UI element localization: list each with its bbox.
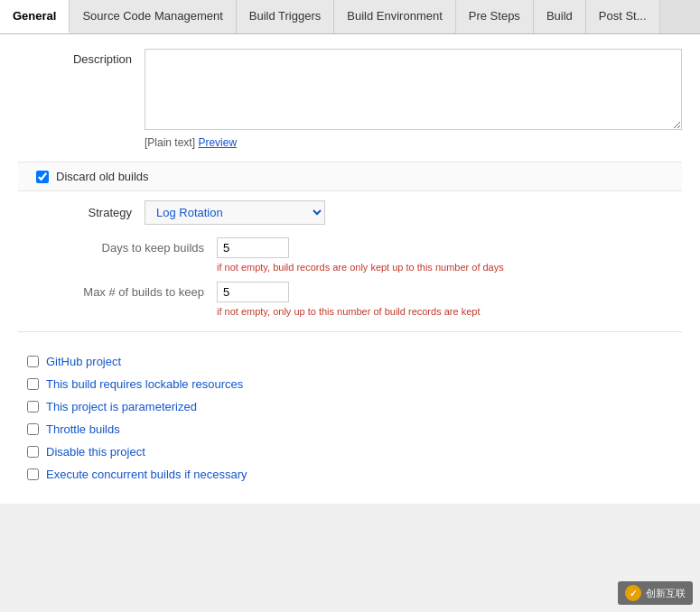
description-row: Description [Plain text] Preview — [18, 49, 682, 149]
option-label-disable-project[interactable]: Disable this project — [46, 445, 145, 459]
discard-builds-checkbox[interactable] — [36, 171, 49, 183]
max-builds-hint: if not empty, only up to this number of … — [217, 306, 682, 317]
option-checkbox-parameterized[interactable] — [27, 401, 39, 413]
max-builds-row: Max # of builds to keep if not empty, on… — [54, 282, 682, 317]
tab-build-triggers[interactable]: Build Triggers — [237, 0, 334, 33]
option-checkbox-lockable-resources[interactable] — [27, 378, 39, 390]
strategy-section: Strategy Log Rotation Days to keep build… — [18, 200, 682, 317]
strategy-select[interactable]: Log Rotation — [145, 200, 325, 225]
tab-source-code[interactable]: Source Code Management — [70, 0, 236, 33]
plain-text-label: [Plain text] — [145, 136, 195, 149]
tab-build-environment[interactable]: Build Environment — [334, 0, 456, 33]
option-label-lockable-resources[interactable]: This build requires lockable resources — [46, 377, 243, 391]
option-row: This build requires lockable resources — [18, 373, 682, 395]
option-checkbox-github-project[interactable] — [27, 356, 39, 367]
option-label-concurrent-builds[interactable]: Execute concurrent builds if necessary — [46, 468, 247, 481]
tab-general[interactable]: General — [0, 0, 70, 33]
options-section: GitHub projectThis build requires lockab… — [18, 347, 682, 489]
main-content: Description [Plain text] Preview Discard… — [0, 34, 700, 504]
days-to-keep-row: Days to keep builds if not empty, build … — [54, 237, 682, 273]
option-checkbox-throttle-builds[interactable] — [27, 423, 39, 435]
tab-bar: General Source Code Management Build Tri… — [0, 0, 700, 34]
discard-builds-row: Discard old builds — [18, 162, 682, 191]
max-builds-wrap: if not empty, only up to this number of … — [217, 282, 682, 317]
textarea-links: [Plain text] Preview — [145, 136, 682, 149]
strategy-sub-fields: Days to keep builds if not empty, build … — [36, 237, 682, 317]
days-to-keep-hint: if not empty, build records are only kep… — [217, 262, 682, 273]
discard-builds-label[interactable]: Discard old builds — [56, 170, 149, 183]
days-to-keep-input[interactable] — [217, 237, 289, 258]
option-label-github-project[interactable]: GitHub project — [46, 355, 121, 368]
option-row: Execute concurrent builds if necessary — [18, 463, 682, 486]
option-checkbox-concurrent-builds[interactable] — [27, 468, 39, 480]
days-to-keep-label: Days to keep builds — [54, 237, 217, 255]
description-input[interactable] — [145, 49, 682, 130]
max-builds-input[interactable] — [217, 282, 289, 302]
option-row: GitHub project — [18, 350, 682, 373]
tab-post-steps[interactable]: Post St... — [586, 0, 660, 33]
tab-build[interactable]: Build — [534, 0, 586, 33]
option-row: Disable this project — [18, 440, 682, 463]
days-to-keep-wrap: if not empty, build records are only kep… — [217, 237, 682, 273]
description-label: Description — [18, 49, 145, 66]
option-checkbox-disable-project[interactable] — [27, 446, 39, 458]
tab-pre-steps[interactable]: Pre Steps — [456, 0, 534, 33]
description-wrap: [Plain text] Preview — [145, 49, 682, 149]
preview-link[interactable]: Preview — [198, 136, 237, 149]
strategy-label: Strategy — [36, 206, 145, 219]
strategy-row: Strategy Log Rotation — [36, 200, 682, 225]
max-builds-label: Max # of builds to keep — [54, 282, 217, 299]
option-row: Throttle builds — [18, 418, 682, 440]
option-label-parameterized[interactable]: This project is parameterized — [46, 400, 197, 413]
divider — [18, 331, 682, 332]
option-label-throttle-builds[interactable]: Throttle builds — [46, 422, 120, 436]
option-row: This project is parameterized — [18, 395, 682, 418]
